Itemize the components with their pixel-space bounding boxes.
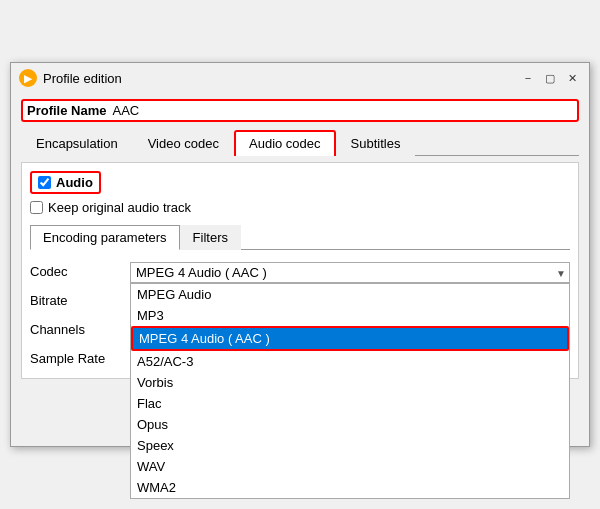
tab-subtitles[interactable]: Subtitles bbox=[336, 130, 416, 156]
window-controls: − ▢ ✕ bbox=[519, 69, 581, 87]
tab-audio-codec[interactable]: Audio codec bbox=[234, 130, 336, 156]
tab-encapsulation[interactable]: Encapsulation bbox=[21, 130, 133, 156]
codec-dropdown[interactable]: MPEG Audio MP3 MPEG 4 Audio ( AAC ) A52/… bbox=[130, 262, 570, 283]
codec-option-mp3[interactable]: MP3 bbox=[131, 305, 569, 326]
audio-checkbox[interactable] bbox=[38, 176, 51, 189]
codec-option-flac[interactable]: Flac bbox=[131, 393, 569, 414]
maximize-button[interactable]: ▢ bbox=[541, 69, 559, 87]
tab-encoding-parameters[interactable]: Encoding parameters bbox=[30, 225, 180, 250]
audio-label: Audio bbox=[56, 175, 93, 190]
keep-original-row: Keep original audio track bbox=[30, 198, 570, 217]
codec-option-vorbis[interactable]: Vorbis bbox=[131, 372, 569, 393]
profile-edition-window: ▶ Profile edition − ▢ ✕ Profile Name Enc… bbox=[10, 62, 590, 447]
codec-option-mpeg-audio[interactable]: MPEG Audio bbox=[131, 284, 569, 305]
vlc-icon: ▶ bbox=[19, 69, 37, 87]
title-bar: ▶ Profile edition − ▢ ✕ bbox=[11, 63, 589, 91]
main-tabs: Encapsulation Video codec Audio codec Su… bbox=[21, 130, 579, 156]
codec-label: Codec bbox=[30, 262, 120, 279]
minimize-button[interactable]: − bbox=[519, 69, 537, 87]
codec-option-opus[interactable]: Opus bbox=[131, 414, 569, 435]
window-title: Profile edition bbox=[43, 71, 513, 86]
profile-name-input[interactable] bbox=[112, 103, 573, 118]
profile-name-label: Profile Name bbox=[27, 103, 106, 118]
codec-option-speex[interactable]: Speex bbox=[131, 435, 569, 456]
audio-checkbox-row: Audio bbox=[30, 171, 101, 194]
tab-video-codec[interactable]: Video codec bbox=[133, 130, 234, 156]
codec-control: MPEG Audio MP3 MPEG 4 Audio ( AAC ) A52/… bbox=[130, 262, 570, 283]
params-section: Codec MPEG Audio MP3 MPEG 4 Audio ( AAC … bbox=[30, 254, 570, 370]
tab-filters[interactable]: Filters bbox=[180, 225, 241, 250]
channels-label: Channels bbox=[30, 320, 120, 337]
codec-option-a52[interactable]: A52/AC-3 bbox=[131, 351, 569, 372]
keep-original-label: Keep original audio track bbox=[48, 200, 191, 215]
audio-section: Audio Keep original audio track Encoding… bbox=[21, 162, 579, 379]
codec-option-mpeg4-aac[interactable]: MPEG 4 Audio ( AAC ) bbox=[131, 326, 569, 351]
codec-dropdown-list: MPEG Audio MP3 MPEG 4 Audio ( AAC ) A52/… bbox=[130, 283, 570, 499]
codec-option-wma2[interactable]: WMA2 bbox=[131, 477, 569, 498]
codec-option-wav[interactable]: WAV bbox=[131, 456, 569, 477]
window-body: Profile Name Encapsulation Video codec A… bbox=[11, 91, 589, 446]
keep-original-checkbox[interactable] bbox=[30, 201, 43, 214]
codec-select[interactable]: MPEG Audio MP3 MPEG 4 Audio ( AAC ) A52/… bbox=[130, 262, 570, 283]
bitrate-label: Bitrate bbox=[30, 291, 120, 308]
close-button[interactable]: ✕ bbox=[563, 69, 581, 87]
codec-row: Codec MPEG Audio MP3 MPEG 4 Audio ( AAC … bbox=[30, 262, 570, 283]
sample-rate-label: Sample Rate bbox=[30, 349, 120, 366]
profile-name-row: Profile Name bbox=[21, 99, 579, 122]
encoding-tabs: Encoding parameters Filters bbox=[30, 225, 570, 250]
